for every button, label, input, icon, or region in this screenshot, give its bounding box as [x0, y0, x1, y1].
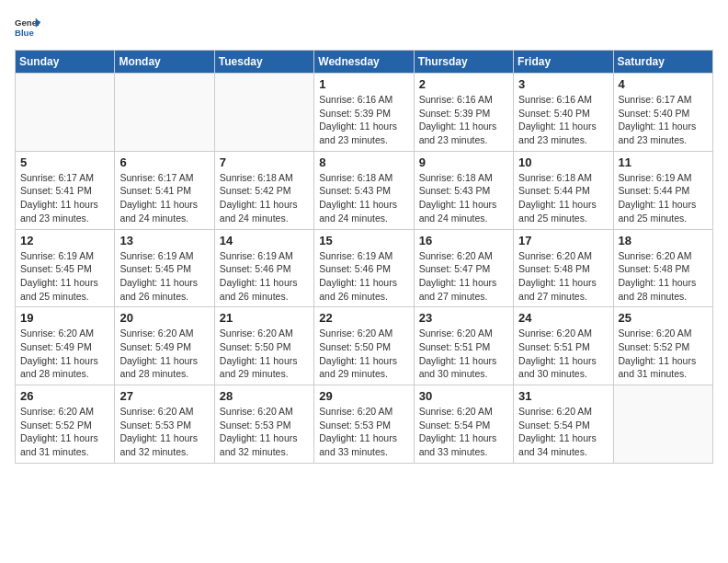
day-info: Sunrise: 6:20 AMSunset: 5:48 PMDaylight:…	[518, 249, 608, 304]
calendar-cell: 16Sunrise: 6:20 AMSunset: 5:47 PMDayligh…	[414, 229, 513, 307]
day-info: Sunrise: 6:16 AMSunset: 5:40 PMDaylight:…	[518, 93, 608, 147]
day-number: 12	[20, 234, 109, 247]
calendar-cell: 5Sunrise: 6:17 AMSunset: 5:41 PMDaylight…	[16, 151, 115, 229]
day-info: Sunrise: 6:19 AMSunset: 5:45 PMDaylight:…	[119, 249, 209, 304]
day-number: 23	[419, 311, 508, 325]
day-number: 11	[619, 155, 708, 169]
day-number: 27	[119, 389, 209, 403]
calendar-cell: 12Sunrise: 6:19 AMSunset: 5:45 PMDayligh…	[16, 229, 115, 307]
day-info: Sunrise: 6:20 AMSunset: 5:54 PMDaylight:…	[419, 405, 508, 459]
day-info: Sunrise: 6:20 AMSunset: 5:52 PMDaylight:…	[20, 405, 109, 459]
calendar-cell: 1Sunrise: 6:16 AMSunset: 5:39 PMDaylight…	[314, 74, 414, 152]
calendar-cell: 25Sunrise: 6:20 AMSunset: 5:52 PMDayligh…	[613, 307, 712, 385]
day-number: 16	[419, 234, 508, 247]
day-number: 17	[518, 234, 608, 247]
calendar-week-row: 26Sunrise: 6:20 AMSunset: 5:52 PMDayligh…	[16, 385, 713, 464]
day-number: 13	[119, 234, 209, 247]
day-number: 25	[619, 311, 708, 325]
calendar-header-saturday: Saturday	[613, 51, 712, 74]
calendar-cell: 14Sunrise: 6:19 AMSunset: 5:46 PMDayligh…	[214, 229, 313, 307]
day-number: 14	[220, 234, 309, 247]
day-info: Sunrise: 6:16 AMSunset: 5:39 PMDaylight:…	[319, 93, 408, 147]
day-number: 6	[119, 155, 209, 169]
day-info: Sunrise: 6:20 AMSunset: 5:51 PMDaylight:…	[518, 327, 608, 381]
calendar-header-wednesday: Wednesday	[314, 51, 414, 74]
day-number: 20	[119, 311, 209, 325]
day-info: Sunrise: 6:18 AMSunset: 5:42 PMDaylight:…	[220, 171, 309, 225]
calendar-cell: 20Sunrise: 6:20 AMSunset: 5:49 PMDayligh…	[115, 307, 214, 385]
day-info: Sunrise: 6:20 AMSunset: 5:53 PMDaylight:…	[319, 405, 408, 459]
calendar-week-row: 12Sunrise: 6:19 AMSunset: 5:45 PMDayligh…	[16, 229, 713, 307]
calendar-cell: 19Sunrise: 6:20 AMSunset: 5:49 PMDayligh…	[16, 307, 115, 385]
calendar-cell: 21Sunrise: 6:20 AMSunset: 5:50 PMDayligh…	[214, 307, 313, 385]
day-number: 19	[20, 311, 109, 325]
svg-text:Blue: Blue	[15, 28, 34, 38]
calendar-cell: 23Sunrise: 6:20 AMSunset: 5:51 PMDayligh…	[414, 307, 513, 385]
day-info: Sunrise: 6:18 AMSunset: 5:43 PMDaylight:…	[319, 171, 408, 225]
calendar-header-tuesday: Tuesday	[214, 51, 313, 74]
day-info: Sunrise: 6:17 AMSunset: 5:41 PMDaylight:…	[20, 171, 109, 225]
calendar-cell: 17Sunrise: 6:20 AMSunset: 5:48 PMDayligh…	[514, 229, 613, 307]
calendar-header-sunday: Sunday	[16, 51, 115, 74]
calendar-header-friday: Friday	[514, 51, 613, 74]
calendar-cell: 27Sunrise: 6:20 AMSunset: 5:53 PMDayligh…	[115, 385, 214, 464]
calendar-cell: 30Sunrise: 6:20 AMSunset: 5:54 PMDayligh…	[414, 385, 513, 464]
calendar-cell: 18Sunrise: 6:20 AMSunset: 5:48 PMDayligh…	[613, 229, 712, 307]
calendar-cell: 10Sunrise: 6:18 AMSunset: 5:44 PMDayligh…	[514, 151, 613, 229]
day-number: 8	[319, 155, 408, 169]
calendar-cell: 7Sunrise: 6:18 AMSunset: 5:42 PMDaylight…	[214, 151, 313, 229]
day-number: 22	[319, 311, 408, 325]
calendar-cell: 13Sunrise: 6:19 AMSunset: 5:45 PMDayligh…	[115, 229, 214, 307]
day-info: Sunrise: 6:20 AMSunset: 5:54 PMDaylight:…	[518, 405, 608, 459]
day-info: Sunrise: 6:20 AMSunset: 5:49 PMDaylight:…	[119, 327, 209, 381]
day-number: 1	[319, 77, 408, 91]
day-info: Sunrise: 6:17 AMSunset: 5:40 PMDaylight:…	[619, 93, 708, 147]
calendar-cell: 6Sunrise: 6:17 AMSunset: 5:41 PMDaylight…	[115, 151, 214, 229]
calendar-header-row: SundayMondayTuesdayWednesdayThursdayFrid…	[16, 51, 713, 74]
day-info: Sunrise: 6:17 AMSunset: 5:41 PMDaylight:…	[119, 171, 209, 225]
day-info: Sunrise: 6:20 AMSunset: 5:48 PMDaylight:…	[619, 249, 708, 304]
calendar-cell: 29Sunrise: 6:20 AMSunset: 5:53 PMDayligh…	[314, 385, 414, 464]
calendar-table: SundayMondayTuesdayWednesdayThursdayFrid…	[15, 50, 713, 464]
day-number: 24	[518, 311, 608, 325]
day-number: 30	[419, 389, 508, 403]
day-info: Sunrise: 6:20 AMSunset: 5:47 PMDaylight:…	[419, 249, 508, 304]
calendar-cell: 2Sunrise: 6:16 AMSunset: 5:39 PMDaylight…	[414, 74, 513, 152]
calendar-week-row: 5Sunrise: 6:17 AMSunset: 5:41 PMDaylight…	[16, 151, 713, 229]
day-info: Sunrise: 6:20 AMSunset: 5:50 PMDaylight:…	[220, 327, 309, 381]
day-info: Sunrise: 6:19 AMSunset: 5:46 PMDaylight:…	[319, 249, 408, 304]
calendar-cell	[613, 385, 712, 464]
day-number: 18	[619, 234, 708, 247]
day-info: Sunrise: 6:19 AMSunset: 5:46 PMDaylight:…	[220, 249, 309, 304]
calendar-week-row: 1Sunrise: 6:16 AMSunset: 5:39 PMDaylight…	[16, 74, 713, 152]
day-number: 26	[20, 389, 109, 403]
day-number: 3	[518, 77, 608, 91]
page-header: General Blue	[15, 15, 713, 40]
calendar-cell: 24Sunrise: 6:20 AMSunset: 5:51 PMDayligh…	[514, 307, 613, 385]
day-info: Sunrise: 6:20 AMSunset: 5:52 PMDaylight:…	[619, 327, 708, 381]
day-info: Sunrise: 6:16 AMSunset: 5:39 PMDaylight:…	[419, 93, 508, 147]
day-info: Sunrise: 6:20 AMSunset: 5:53 PMDaylight:…	[220, 405, 309, 459]
calendar-header-thursday: Thursday	[414, 51, 513, 74]
day-number: 21	[220, 311, 309, 325]
day-info: Sunrise: 6:20 AMSunset: 5:51 PMDaylight:…	[419, 327, 508, 381]
logo-icon: General Blue	[15, 15, 40, 40]
day-info: Sunrise: 6:18 AMSunset: 5:43 PMDaylight:…	[419, 171, 508, 225]
day-number: 31	[518, 389, 608, 403]
day-number: 9	[419, 155, 508, 169]
calendar-cell: 4Sunrise: 6:17 AMSunset: 5:40 PMDaylight…	[613, 74, 712, 152]
calendar-cell	[16, 74, 115, 152]
calendar-cell: 28Sunrise: 6:20 AMSunset: 5:53 PMDayligh…	[214, 385, 313, 464]
day-info: Sunrise: 6:20 AMSunset: 5:49 PMDaylight:…	[20, 327, 109, 381]
calendar-cell: 3Sunrise: 6:16 AMSunset: 5:40 PMDaylight…	[514, 74, 613, 152]
day-number: 28	[220, 389, 309, 403]
day-info: Sunrise: 6:18 AMSunset: 5:44 PMDaylight:…	[518, 171, 608, 225]
calendar-cell: 15Sunrise: 6:19 AMSunset: 5:46 PMDayligh…	[314, 229, 414, 307]
logo: General Blue	[15, 15, 40, 40]
calendar-header-monday: Monday	[115, 51, 214, 74]
day-info: Sunrise: 6:20 AMSunset: 5:53 PMDaylight:…	[119, 405, 209, 459]
calendar-cell: 9Sunrise: 6:18 AMSunset: 5:43 PMDaylight…	[414, 151, 513, 229]
day-number: 5	[20, 155, 109, 169]
day-number: 10	[518, 155, 608, 169]
day-info: Sunrise: 6:19 AMSunset: 5:44 PMDaylight:…	[619, 171, 708, 225]
